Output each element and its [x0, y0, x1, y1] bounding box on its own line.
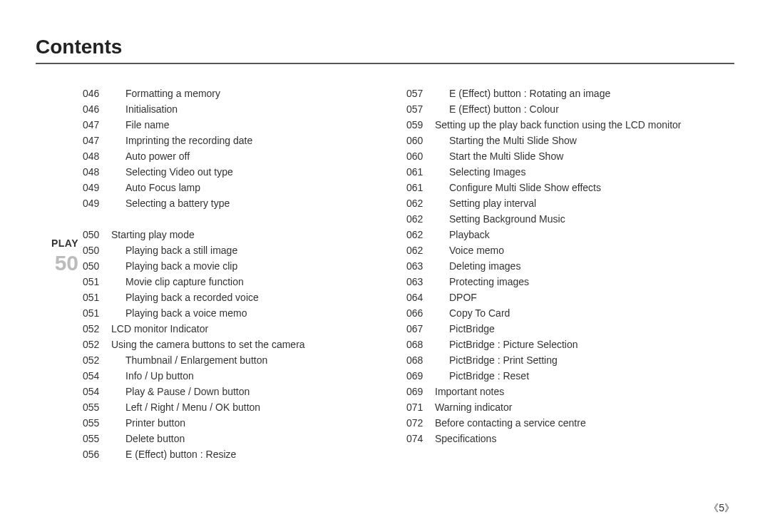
entry-text: Left / Right / Menu / OK button: [111, 399, 342, 415]
toc-entry: 046Formatting a memory: [83, 86, 342, 101]
toc-entry: 057E (Effect) button : Colour: [406, 101, 734, 117]
entry-text: Formatting a memory: [111, 86, 342, 101]
entry-text: Warning indicator: [435, 399, 734, 415]
entry-page: 060: [406, 148, 435, 164]
entry-text: Playing back a still image: [111, 242, 342, 258]
entry-text: Important notes: [435, 384, 734, 399]
entry-page: 061: [406, 164, 435, 180]
entry-text: Configure Multi Slide Show effects: [435, 180, 734, 195]
entry-page: 063: [406, 274, 435, 290]
entry-text: PictBridge : Picture Selection: [435, 337, 734, 352]
toc-entry: 062Playback: [406, 227, 734, 242]
toc-entry: 062Setting play interval: [406, 195, 734, 211]
entry-page: 048: [83, 148, 111, 164]
page-title: Contents: [36, 36, 734, 64]
entry-page: 052: [83, 337, 111, 352]
toc-entry: 061Configure Multi Slide Show effects: [406, 180, 734, 195]
toc-entry: 064DPOF: [406, 290, 734, 305]
toc-entry: 072Before contacting a service centre: [406, 415, 734, 431]
toc-entry: 056E (Effect) button : Resize: [83, 446, 342, 462]
entry-page: 054: [83, 368, 111, 384]
entry-page: 062: [406, 242, 435, 258]
entry-page: 066: [406, 305, 435, 321]
entry-text: Auto Focus lamp: [111, 180, 342, 195]
left-column: PLAY 50 046Formatting a memory046Initial…: [36, 86, 342, 462]
entry-page: 062: [406, 211, 435, 227]
entry-page: 059: [406, 117, 435, 133]
entry-page: 068: [406, 337, 435, 352]
entry-page: 063: [406, 258, 435, 274]
toc-entry: 049Selecting a battery type: [83, 195, 342, 211]
entry-page: 057: [406, 86, 435, 101]
entry-text: Voice memo: [435, 242, 734, 258]
entry-page: 050: [83, 258, 111, 274]
entry-page: 060: [406, 133, 435, 148]
entry-text: Start the Multi Slide Show: [435, 148, 734, 164]
entry-page: 050: [83, 242, 111, 258]
toc-entry: 049Auto Focus lamp: [83, 180, 342, 195]
toc-entry: 046Initialisation: [83, 101, 342, 117]
entry-text: Before contacting a service centre: [435, 415, 734, 431]
entry-page: 049: [83, 195, 111, 211]
toc-entry: 060Starting the Multi Slide Show: [406, 133, 734, 148]
entry-page: 051: [83, 290, 111, 305]
entry-text: Info / Up button: [111, 368, 342, 384]
toc-entry: 052Using the camera buttons to set the c…: [83, 337, 342, 352]
entry-page: 069: [406, 384, 435, 399]
toc-entry: 060Start the Multi Slide Show: [406, 148, 734, 164]
entry-text: E (Effect) button : Colour: [435, 101, 734, 117]
entry-page: 048: [83, 164, 111, 180]
entry-text: PictBridge: [435, 321, 734, 337]
entry-text: PictBridge : Print Setting: [435, 352, 734, 368]
entry-text: Setting Background Music: [435, 211, 734, 227]
toc-entry: 068PictBridge : Picture Selection: [406, 337, 734, 352]
entry-page: 054: [83, 384, 111, 399]
entry-page: 046: [83, 86, 111, 101]
toc-entry: 054Play & Pause / Down button: [83, 384, 342, 399]
toc-entry: 067PictBridge: [406, 321, 734, 337]
entry-text: Selecting a battery type: [111, 195, 342, 211]
section-label-block: PLAY 50: [36, 86, 83, 462]
entry-page: 067: [406, 321, 435, 337]
entry-text: Selecting Video out type: [111, 164, 342, 180]
entry-page: 064: [406, 290, 435, 305]
entry-text: Playing back a movie clip: [111, 258, 342, 274]
toc-entry: 047File name: [83, 117, 342, 133]
entry-page: 051: [83, 274, 111, 290]
left-entries: 046Formatting a memory046Initialisation0…: [83, 86, 342, 462]
toc-entry: 050Playing back a movie clip: [83, 258, 342, 274]
toc-entry: 069PictBridge : Reset: [406, 368, 734, 384]
toc-entry: 050Starting play mode: [83, 227, 342, 242]
toc-entry: 055Left / Right / Menu / OK button: [83, 399, 342, 415]
section-label: PLAY: [36, 235, 78, 251]
entry-text: Playback: [435, 227, 734, 242]
toc-entry: 059Setting up the play back function usi…: [406, 117, 734, 133]
entry-text: File name: [111, 117, 342, 133]
entry-text: Play & Pause / Down button: [111, 384, 342, 399]
entry-page: 057: [406, 101, 435, 117]
entry-page: 055: [83, 431, 111, 446]
toc-entry: 055Printer button: [83, 415, 342, 431]
entry-text: Setting up the play back function using …: [435, 117, 734, 133]
toc-entry: 074Specifications: [406, 431, 734, 446]
entry-text: Starting play mode: [111, 227, 342, 242]
toc-entry: 051Playing back a recorded voice: [83, 290, 342, 305]
entry-text: Imprinting the recording date: [111, 133, 342, 148]
entry-page: 052: [83, 321, 111, 337]
right-entries: 057E (Effect) button : Rotating an image…: [406, 86, 734, 462]
entry-page: 047: [83, 117, 111, 133]
entry-text: Playing back a recorded voice: [111, 290, 342, 305]
toc-entry: 066Copy To Card: [406, 305, 734, 321]
toc-entry: 051Movie clip capture function: [83, 274, 342, 290]
section-spacer: [83, 211, 342, 227]
toc-entry: 055Delete button: [83, 431, 342, 446]
entry-page: 072: [406, 415, 435, 431]
toc-entry: 054Info / Up button: [83, 368, 342, 384]
entry-text: Printer button: [111, 415, 342, 431]
entry-page: 068: [406, 352, 435, 368]
toc-entry: 069Important notes: [406, 384, 734, 399]
entry-text: Auto power off: [111, 148, 342, 164]
entry-text: Copy To Card: [435, 305, 734, 321]
page: Contents PLAY 50 046Formatting a memory0…: [0, 0, 770, 532]
entry-page: 074: [406, 431, 435, 446]
